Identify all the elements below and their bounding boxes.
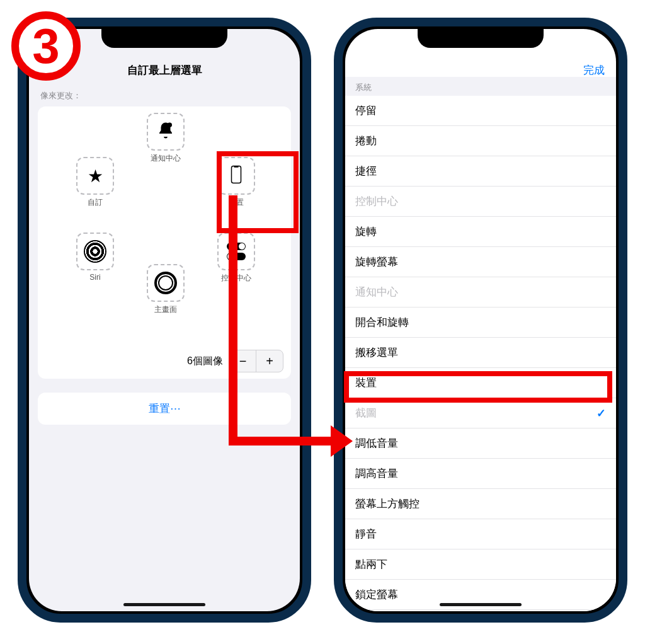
star-icon: ★ (88, 166, 103, 187)
siri-icon (84, 240, 106, 263)
list-row-label: 截圖 (355, 406, 377, 420)
step-number-badge: 3 (11, 11, 81, 81)
notch (101, 29, 227, 48)
phone-frame-right: 完成 系統停留捲動捷徑控制中心旋轉旋轉螢幕通知中心開合和旋轉搬移選單裝置截圖✓調… (334, 18, 627, 623)
list-row: 控制中心 (345, 187, 616, 217)
list-row: 截圖✓ (345, 398, 616, 428)
home-indicator (440, 603, 522, 606)
home-indicator (123, 603, 205, 606)
list-row[interactable]: 搬移選單 (345, 338, 616, 368)
slot-home[interactable]: 主畫面 (146, 264, 185, 315)
list-row-label: 靜音 (355, 527, 377, 541)
icon-count-label: 6個圖像 (187, 355, 223, 368)
notch (418, 29, 544, 48)
list-row-label: 旋轉螢幕 (355, 255, 398, 269)
list-row-label: 旋轉 (355, 224, 377, 239)
list-row-label: 調低音量 (355, 436, 398, 451)
slot-custom[interactable]: ★ 自訂 (76, 157, 115, 208)
done-button[interactable]: 完成 (583, 63, 605, 78)
section-header-system: 系統 (345, 77, 616, 96)
list-row[interactable]: 旋轉 (345, 217, 616, 247)
list-row-label: 點兩下 (355, 557, 387, 572)
list-row[interactable]: 靜音 (345, 519, 616, 549)
list-row[interactable]: 鎖定螢幕旋轉 (345, 610, 616, 611)
list-row[interactable]: 點兩下 (345, 549, 616, 580)
slot-siri[interactable]: Siri (76, 233, 115, 282)
list-row-label: 開合和旋轉 (355, 315, 409, 330)
list-row[interactable]: 調高音量 (345, 459, 616, 489)
svg-marker-3 (331, 425, 353, 457)
list-row[interactable]: 捲動 (345, 126, 616, 156)
hint-text: 像來更改： (29, 85, 300, 104)
list-row[interactable]: 開合和旋轉 (345, 308, 616, 338)
list-row-label: 通知中心 (355, 285, 398, 299)
action-list[interactable]: 系統停留捲動捷徑控制中心旋轉旋轉螢幕通知中心開合和旋轉搬移選單裝置截圖✓調低音量… (345, 77, 616, 611)
list-row[interactable]: 螢幕上方觸控 (345, 489, 616, 519)
list-row[interactable]: 旋轉螢幕 (345, 247, 616, 277)
bell-icon (156, 121, 175, 142)
annotation-arrow (220, 195, 353, 466)
list-row-label: 捷徑 (355, 164, 377, 178)
list-row-label: 捲動 (355, 134, 377, 148)
list-row[interactable]: 停留 (345, 96, 616, 126)
svg-point-0 (168, 123, 173, 128)
checkmark-icon: ✓ (596, 406, 606, 420)
annotation-highlight-screenshot (344, 371, 612, 403)
home-icon (154, 272, 177, 294)
slot-label: Siri (76, 273, 115, 282)
list-row-label: 調高音量 (355, 466, 398, 481)
list-row[interactable]: 捷徑 (345, 156, 616, 187)
list-row-label: 搬移選單 (355, 345, 398, 360)
list-row-label: 控制中心 (355, 194, 398, 209)
slot-label: 自訂 (76, 197, 115, 208)
list-row-label: 螢幕上方觸控 (355, 497, 420, 511)
slot-label: 通知中心 (146, 153, 185, 164)
list-row[interactable]: 調低音量 (345, 428, 616, 459)
list-row: 通知中心 (345, 277, 616, 308)
list-row-label: 鎖定螢幕 (355, 587, 398, 602)
slot-label: 主畫面 (146, 304, 185, 315)
slot-notification-center[interactable]: 通知中心 (146, 113, 185, 164)
list-row-label: 停留 (355, 103, 377, 118)
